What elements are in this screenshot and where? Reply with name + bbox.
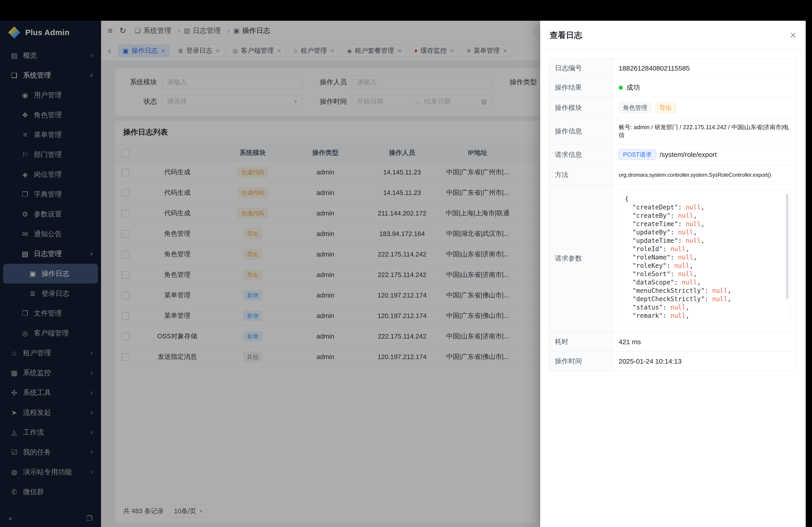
detail-label: 方法 — [549, 165, 612, 184]
result-text: 成功 — [626, 83, 640, 92]
json-line: "updateBy": null, — [625, 228, 784, 237]
detail-row-result: 操作结果 成功 — [549, 78, 796, 97]
json-line: "remark": null, — [625, 312, 784, 320]
json-line: "createTime": null, — [625, 220, 784, 228]
detail-label: 操作结果 — [549, 78, 612, 97]
detail-row-op-time: 操作时间 2025-01-24 10:14:13 — [549, 352, 796, 371]
detail-label: 操作时间 — [549, 352, 612, 371]
detail-row-request: 请求信息 POST请求 /system/role/export — [549, 144, 796, 165]
drawer-header: 查看日志 × — [540, 21, 806, 50]
json-line: "roleName": null, — [625, 253, 784, 261]
detail-row-log-id: 日志编号 1882612840802115585 — [549, 59, 796, 78]
op-info-value: 账号: admin / 研发部门 / 222.175.114.242 / 中国|… — [612, 118, 796, 144]
detail-label: 请求参数 — [549, 185, 612, 332]
detail-row-duration: 耗时 421 ms — [549, 332, 796, 352]
drawer-title: 查看日志 — [550, 30, 582, 41]
detail-row-params: 请求参数 { "createDept": null, "createBy": n… — [549, 185, 796, 332]
json-line: "roleKey": null, — [625, 261, 784, 270]
duration-value: 421 ms — [612, 332, 796, 351]
module-value: 角色管理 导出 — [612, 97, 796, 118]
json-line: "menuCheckStrictly": null, — [625, 286, 784, 295]
json-scrollbar[interactable] — [786, 193, 788, 299]
request-params-json[interactable]: { "createDept": null, "createBy": null, … — [619, 190, 790, 327]
json-line: "createBy": null, — [625, 211, 784, 220]
json-line: "roleId": null, — [625, 245, 784, 253]
close-icon[interactable]: × — [790, 30, 796, 41]
result-value: 成功 — [612, 78, 796, 97]
request-value: POST请求 /system/role/export — [612, 144, 796, 165]
detail-label: 耗时 — [549, 332, 612, 351]
params-value: { "createDept": null, "createBy": null, … — [612, 185, 796, 332]
detail-label: 日志编号 — [549, 59, 612, 78]
detail-label: 操作信息 — [549, 118, 612, 144]
json-line: "dataScope": null, — [625, 278, 784, 286]
drawer-body: 日志编号 1882612840802115585 操作结果 成功 操作模块 角色… — [540, 50, 806, 380]
detail-row-op-info: 操作信息 账号: admin / 研发部门 / 222.175.114.242 … — [549, 118, 796, 144]
detail-label: 请求信息 — [549, 144, 612, 165]
request-url: /system/role/export — [660, 151, 717, 159]
json-line: "updateTime": null, — [625, 237, 784, 245]
log-id-value: 1882612840802115585 — [612, 59, 796, 78]
method-value: org.dromara.system.controller.system.Sys… — [612, 165, 796, 184]
op-time-value: 2025-01-24 10:14:13 — [612, 352, 796, 371]
post-request-tag: POST请求 — [619, 149, 656, 160]
detail-label: 操作模块 — [549, 97, 612, 118]
view-log-drawer: 查看日志 × 日志编号 1882612840802115585 操作结果 成功 … — [540, 21, 806, 527]
screenshot-root: Plus Admin ▤ 概览 ∨ ❏ 系统管理 ∧ — [0, 0, 812, 527]
action-tag: 导出 — [655, 102, 676, 113]
json-line: "status": null, — [625, 303, 784, 312]
detail-row-module: 操作模块 角色管理 导出 — [549, 97, 796, 118]
json-line: "createDept": null, — [625, 203, 784, 211]
json-line: "roleSort": null, — [625, 270, 784, 278]
detail-row-method: 方法 org.dromara.system.controller.system.… — [549, 165, 796, 185]
json-line: { — [625, 195, 784, 203]
success-dot-icon — [619, 86, 623, 90]
log-detail-table: 日志编号 1882612840802115585 操作结果 成功 操作模块 角色… — [549, 58, 797, 371]
json-line: "deptCheckStrictly": null, — [625, 295, 784, 303]
module-tag: 角色管理 — [619, 102, 652, 113]
